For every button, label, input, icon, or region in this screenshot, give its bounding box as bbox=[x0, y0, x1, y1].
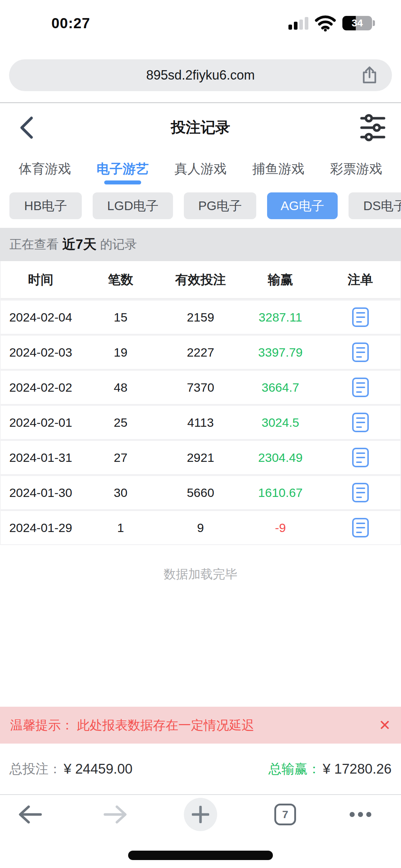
delay-alert-banner: 温馨提示： 此处报表数据存在一定情况延迟 ✕ bbox=[0, 707, 401, 744]
url-bar[interactable]: 895sd.2fiyku6.com bbox=[9, 59, 392, 91]
status-bar: 00:27 34 bbox=[0, 9, 401, 37]
cell-date: 2024-02-03 bbox=[9, 345, 72, 359]
provider-chips: HB电子 LGD电子 PG电子 AG电子 DS电子 bbox=[0, 192, 401, 219]
note-detail-icon[interactable] bbox=[352, 483, 369, 502]
browser-forward-icon[interactable] bbox=[103, 804, 128, 825]
url-text: 895sd.2fiyku6.com bbox=[146, 68, 255, 83]
table-row: 2024-01-29 1 9 -9 bbox=[1, 509, 400, 544]
wifi-icon bbox=[315, 15, 336, 31]
new-tab-button[interactable] bbox=[184, 798, 217, 831]
table-row: 2024-01-31 27 2921 2304.49 bbox=[1, 439, 400, 474]
tab-electronic-games[interactable]: 电子游艺 bbox=[97, 152, 149, 186]
chip-hb[interactable]: HB电子 bbox=[9, 192, 82, 219]
back-chevron-icon[interactable] bbox=[18, 116, 35, 139]
total-bet: 总投注： ¥ 24459.00 bbox=[9, 760, 132, 778]
cell-valid-bet: 4113 bbox=[187, 416, 214, 430]
table-row: 2024-01-30 30 5660 1610.67 bbox=[1, 474, 400, 509]
cell-win-loss: 3664.7 bbox=[262, 380, 299, 395]
cell-win-loss: 1610.67 bbox=[258, 486, 303, 500]
cell-win-loss: 3024.5 bbox=[262, 416, 299, 430]
browser-menu-icon[interactable] bbox=[350, 812, 371, 817]
cell-date: 2024-02-01 bbox=[9, 416, 72, 430]
table-row: 2024-02-03 19 2227 3397.79 bbox=[1, 334, 400, 369]
cell-count: 48 bbox=[114, 380, 127, 395]
chip-ds[interactable]: DS电子 bbox=[349, 192, 401, 219]
notice-suffix: 的记录 bbox=[100, 236, 137, 253]
status-icons: 34 bbox=[288, 15, 375, 31]
notice-prefix: 正在查看 bbox=[9, 236, 59, 253]
total-bet-value: ¥ 24459.00 bbox=[64, 761, 132, 777]
cell-valid-bet: 7370 bbox=[187, 380, 214, 395]
cell-valid-bet: 2227 bbox=[187, 345, 214, 359]
total-bet-label: 总投注： bbox=[9, 760, 62, 778]
share-icon[interactable] bbox=[361, 66, 378, 85]
tab-lottery[interactable]: 彩票游戏 bbox=[330, 152, 382, 186]
cell-win-loss: -9 bbox=[275, 521, 286, 535]
cell-valid-bet: 2159 bbox=[187, 310, 214, 324]
note-detail-icon[interactable] bbox=[352, 518, 369, 537]
cell-date: 2024-01-29 bbox=[9, 521, 72, 535]
browser-back-icon[interactable] bbox=[17, 804, 43, 825]
total-winloss: 总输赢： ¥ 17280.26 bbox=[269, 760, 392, 778]
note-detail-icon[interactable] bbox=[352, 448, 369, 467]
col-time: 时间 bbox=[28, 271, 53, 288]
cell-count: 1 bbox=[117, 521, 124, 535]
filter-sliders-icon[interactable] bbox=[360, 114, 386, 142]
chip-ag[interactable]: AG电子 bbox=[267, 192, 338, 219]
cell-valid-bet: 5660 bbox=[187, 486, 214, 500]
load-complete-text: 数据加载完毕 bbox=[0, 566, 401, 583]
clock: 00:27 bbox=[51, 15, 90, 31]
tab-count: 7 bbox=[282, 808, 288, 821]
tab-fishing[interactable]: 捕鱼游戏 bbox=[252, 152, 304, 186]
tab-live-casino[interactable]: 真人游戏 bbox=[174, 152, 227, 186]
table-row: 2024-02-04 15 2159 3287.11 bbox=[1, 299, 400, 334]
chip-lgd[interactable]: LGD电子 bbox=[93, 192, 173, 219]
cell-count: 25 bbox=[114, 416, 127, 430]
chip-pg[interactable]: PG电子 bbox=[184, 192, 256, 219]
tab-count-button[interactable]: 7 bbox=[274, 804, 296, 825]
col-win-loss: 输赢 bbox=[268, 271, 293, 288]
cell-count: 19 bbox=[114, 345, 127, 359]
battery-percent: 34 bbox=[351, 17, 363, 29]
home-indicator[interactable] bbox=[128, 851, 273, 860]
tab-sports[interactable]: 体育游戏 bbox=[19, 152, 71, 186]
cell-win-loss: 2304.49 bbox=[258, 451, 303, 465]
alert-message: 温馨提示： 此处报表数据存在一定情况延迟 bbox=[10, 717, 254, 734]
close-icon[interactable]: ✕ bbox=[379, 718, 391, 732]
col-note: 注单 bbox=[348, 271, 373, 288]
cell-date: 2024-02-02 bbox=[9, 380, 72, 395]
col-valid-bet: 有效投注 bbox=[175, 271, 226, 288]
cell-win-loss: 3287.11 bbox=[259, 310, 302, 324]
cell-count: 27 bbox=[114, 451, 127, 465]
cell-valid-bet: 9 bbox=[197, 521, 204, 535]
table-header-row: 时间 笔数 有效投注 输赢 注单 bbox=[1, 261, 400, 299]
cell-date: 2024-01-31 bbox=[9, 451, 72, 465]
cell-date: 2024-02-04 bbox=[9, 310, 72, 324]
battery-icon: 34 bbox=[342, 16, 375, 30]
col-count: 笔数 bbox=[108, 271, 133, 288]
cellular-signal-icon bbox=[288, 17, 308, 30]
cell-valid-bet: 2921 bbox=[187, 451, 214, 465]
table-row: 2024-02-01 25 4113 3024.5 bbox=[1, 404, 400, 439]
notice-range: 近7天 bbox=[62, 235, 97, 254]
screen: 00:27 34 895sd.2fiyku6.com bbox=[0, 0, 401, 868]
page-title: 投注记录 bbox=[0, 118, 401, 137]
cell-count: 15 bbox=[114, 310, 127, 324]
note-detail-icon[interactable] bbox=[352, 378, 369, 397]
note-detail-icon[interactable] bbox=[352, 307, 369, 327]
total-winloss-label: 总输赢： bbox=[269, 760, 321, 778]
total-winloss-value: ¥ 17280.26 bbox=[323, 761, 392, 777]
cell-win-loss: 3397.79 bbox=[258, 345, 303, 359]
page-header: 投注记录 bbox=[0, 103, 401, 152]
plus-icon bbox=[192, 806, 209, 823]
cell-date: 2024-01-30 bbox=[9, 486, 72, 500]
totals-bar: 总投注： ¥ 24459.00 总输赢： ¥ 17280.26 bbox=[0, 744, 401, 794]
table-row: 2024-02-02 48 7370 3664.7 bbox=[1, 369, 400, 404]
bet-records-table: 时间 笔数 有效投注 输赢 注单 2024-02-04 15 2159 3287… bbox=[0, 261, 401, 545]
category-tabs: 体育游戏 电子游艺 真人游戏 捕鱼游戏 彩票游戏 bbox=[0, 152, 401, 186]
date-range-notice: 正在查看 近7天 的记录 bbox=[0, 228, 401, 261]
note-detail-icon[interactable] bbox=[352, 413, 369, 432]
cell-count: 30 bbox=[114, 486, 127, 500]
note-detail-icon[interactable] bbox=[352, 342, 369, 362]
